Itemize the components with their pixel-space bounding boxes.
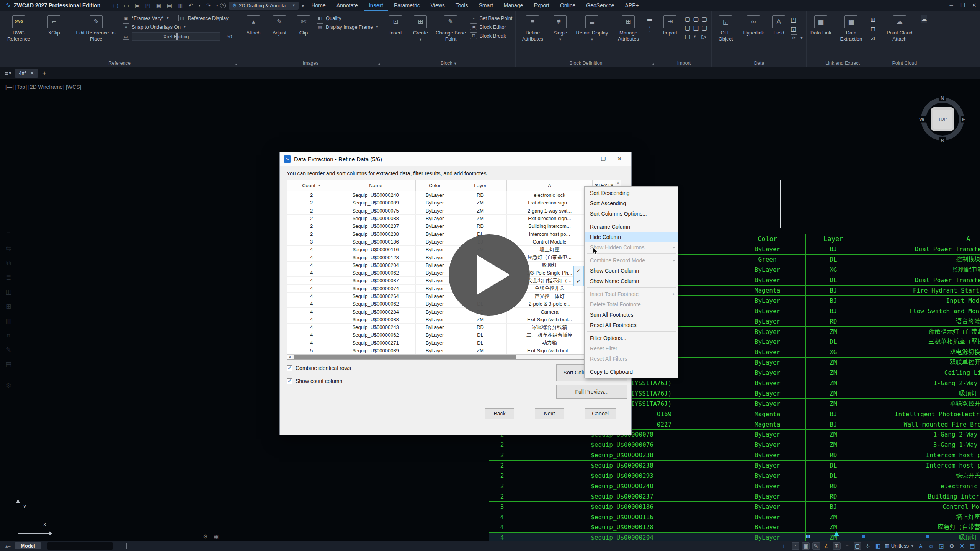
extraction-table-row[interactable]: 2$equip_U$00000238ByLayerDLIntercom host…	[287, 230, 621, 238]
cad-table-row[interactable]: 2$equip_U$00000237ByLayerRDBuilding inte…	[489, 491, 980, 502]
menu-item-delete-total-footnote[interactable]: Delete Total Footnote	[585, 299, 678, 309]
selection-arrow-grip[interactable]	[834, 531, 839, 536]
scroll-left-icon[interactable]: ◂	[287, 355, 292, 359]
block-break-button[interactable]: ⊟ Block Break	[470, 32, 512, 39]
extraction-table-row[interactable]: 3$equip_U$00000186ByLayerBJControl Modul…	[287, 238, 621, 246]
dwg-reference-button[interactable]: DWG DWG Reference	[3, 14, 34, 43]
close-button[interactable]: ✕	[969, 0, 980, 11]
new-file-icon[interactable]: ▢	[112, 2, 119, 8]
field-button[interactable]: A Field	[771, 14, 787, 36]
save-icon[interactable]: ▣	[134, 2, 140, 8]
checkbox-checked-icon[interactable]: ✓	[287, 365, 292, 371]
xref-fading-slider[interactable]: Xref Fading	[132, 32, 220, 41]
display-image-frame-dropdown[interactable]: ▦ Display Image Frame ▼	[317, 23, 379, 30]
import-pdf-icon[interactable]: ▢	[684, 15, 691, 23]
panel-expand-icon[interactable]	[652, 63, 654, 65]
compass-east[interactable]: E	[961, 116, 967, 123]
view-compass[interactable]: N S W E TOP	[921, 98, 964, 141]
clip-image-button[interactable]: ✄ Clip	[294, 14, 313, 36]
menu-item-show-count-column[interactable]: Show Count Column	[585, 265, 678, 276]
menu-item-sum-all-footnotes[interactable]: Sum All Footnotes	[585, 309, 678, 320]
tool-grid-icon[interactable]: ⊞	[6, 302, 11, 311]
undo-icon[interactable]: ↶	[187, 2, 194, 8]
menu-item-filter-options[interactable]: Filter Options...	[585, 333, 678, 343]
create-block-button[interactable]: ⊞ Create ▼	[410, 14, 431, 42]
tool-edit-icon[interactable]: ✎	[6, 346, 11, 354]
menu-item-reset-filter[interactable]: Reset Filter	[585, 343, 678, 353]
dialog-maximize-button[interactable]: ❐	[595, 156, 611, 162]
column-header-layer[interactable]: Layer	[454, 180, 507, 191]
lineweight-icon[interactable]: ≡	[843, 542, 851, 550]
cad-table-row[interactable]: 2$equip_U$00000293ByLayerDL铁壳开关	[489, 471, 980, 481]
menu-app[interactable]: APP+	[620, 0, 644, 11]
clean-screen-icon[interactable]: ✕	[958, 542, 966, 550]
cad-table-row[interactable]: 4$equip_U$00000128ByLayerZM应急灯（自带蓄电池）	[489, 522, 980, 533]
customize-icon[interactable]: ▤	[969, 542, 976, 550]
panel-expand-icon[interactable]	[377, 63, 380, 65]
upload-link-icon[interactable]: ⊞	[870, 16, 875, 23]
snap-underlays-dropdown[interactable]: ⌗ Snap to Underlays On ▼	[122, 23, 236, 30]
menu-export[interactable]: Export	[529, 0, 554, 11]
extraction-table-row[interactable]: 2$equip_U$00000240ByLayerRDelectronic lo…	[287, 191, 621, 199]
maximize-button[interactable]: ❐	[957, 0, 969, 11]
cancel-button[interactable]: Cancel	[585, 408, 616, 419]
single-attribute-button[interactable]: ≢ Single ▼	[550, 14, 570, 42]
menu-smart[interactable]: Smart	[474, 0, 498, 11]
dialog-close-button[interactable]: ✕	[611, 156, 627, 162]
import-sat-icon[interactable]: ▢	[684, 24, 691, 31]
cad-table-row[interactable]: 4$equip_U$00000204ByLayerZM吸顶灯	[489, 533, 980, 541]
menu-annotate[interactable]: Annotate	[332, 0, 363, 11]
adjust-image-button[interactable]: ✎ Adjust	[268, 14, 291, 36]
compass-west[interactable]: W	[918, 116, 926, 123]
open-file-icon[interactable]: ▭	[123, 2, 130, 8]
canvas-image-icon[interactable]: ▦	[214, 533, 219, 540]
xclip-button[interactable]: ⌐ XClip	[38, 14, 70, 36]
dialog-minimize-button[interactable]: ─	[579, 156, 595, 162]
frames-vary-dropdown[interactable]: ▣ *Frames Vary* ▼ ◫ Reference Display	[122, 15, 236, 21]
transparency-icon[interactable]: ▢	[854, 542, 861, 550]
change-base-point-button[interactable]: ✎ Change Base Point	[435, 14, 466, 43]
menu-views[interactable]: Views	[426, 0, 450, 11]
viewport-controls-label[interactable]: [—] [Top] [2D Wireframe] [WCS]	[5, 84, 81, 90]
xref-fading-value[interactable]: 50	[223, 34, 236, 39]
tab-list-icon[interactable]: ≣▾	[5, 70, 11, 76]
polar-snap-icon[interactable]: ∠	[823, 542, 830, 550]
ortho-icon[interactable]: ∟	[781, 542, 789, 550]
extract-table-icon[interactable]: ⊿	[870, 34, 875, 42]
chevron-down-icon[interactable]: ▼	[800, 36, 803, 40]
extraction-table-row[interactable]: 4$equip_U$00000062ByLayerDL二,三极单相组合插座	[287, 331, 621, 339]
slider-thumb[interactable]	[176, 33, 178, 40]
scrollbar-thumb[interactable]	[294, 355, 516, 359]
redo-dropdown-icon[interactable]: ▾	[216, 3, 219, 7]
extraction-table-row[interactable]: 4$equip_U$00000284ByLayerRDCamera	[287, 308, 621, 316]
horizontal-scrollbar[interactable]: ◂	[287, 354, 616, 359]
help-icon[interactable]: ?	[220, 3, 226, 8]
attach-image-button[interactable]: ▴ Attach	[242, 14, 265, 36]
cad-table-row[interactable]: 3$equip_U$00000186ByLayerBJControl Modul…	[489, 502, 980, 512]
menu-item-rename-column[interactable]: Rename Column	[585, 221, 678, 232]
menu-manage[interactable]: Manage	[499, 0, 528, 11]
extraction-table-row[interactable]: 2$equip_U$00000237ByLayerRDBuilding inte…	[287, 222, 621, 230]
data-update-icon[interactable]: ◲	[791, 25, 803, 33]
tab-close-icon[interactable]: ✕	[30, 70, 34, 76]
block-editor-button[interactable]: ▣ Block Editor	[470, 23, 512, 30]
save-as-icon[interactable]: ◳	[144, 2, 151, 8]
menu-item-insert-total-footnote[interactable]: Insert Total Footnote▸	[585, 289, 678, 299]
cad-table-row[interactable]: 2$equip_U$00000076ByLayerZM3-Gang 1-Way …	[489, 440, 980, 450]
menu-item-combine-record-mode[interactable]: Combine Record Mode▸	[585, 255, 678, 265]
import-3ds-icon[interactable]: ◰	[693, 24, 700, 31]
data-extraction-button[interactable]: ▦ Data Extraction	[836, 14, 866, 43]
image-quality-button[interactable]: ◧ Quality	[317, 15, 379, 21]
attribute-order-icon[interactable]: ⋮	[647, 25, 653, 33]
annotation-icon[interactable]: A	[917, 542, 924, 550]
menu-item-reset-all-footnotes[interactable]: Reset All Footnotes	[585, 320, 678, 330]
cad-table-row[interactable]: 2$equip_U$00000240ByLayerRDelectronic lo…	[489, 481, 980, 491]
tool-sheet-icon[interactable]: ▤	[5, 360, 11, 368]
set-base-point-button[interactable]: ▫ Set Base Point	[470, 15, 512, 21]
menu-home[interactable]: Home	[306, 0, 330, 11]
tool-cells-icon[interactable]: ▦	[5, 317, 11, 325]
selection-cycling-icon[interactable]: ⊹	[864, 542, 872, 550]
point-cloud-attach-button[interactable]: ☁ Point Cloud Attach	[882, 14, 917, 43]
ole-object-button[interactable]: ◱ OLE Object	[715, 14, 736, 43]
column-header-color[interactable]: Color	[416, 180, 454, 191]
